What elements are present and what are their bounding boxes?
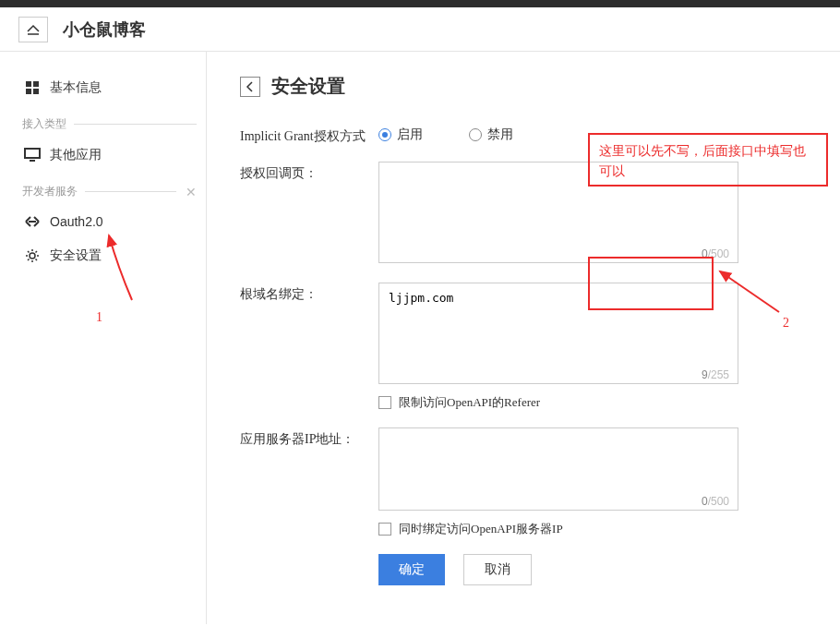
gear-icon <box>22 248 42 263</box>
serverip-label: 应用服务器IP地址： <box>240 427 378 537</box>
callback-label: 授权回调页： <box>240 162 378 266</box>
annotation-number-2: 2 <box>783 316 789 331</box>
sidebar-item-label: 基本信息 <box>50 79 102 96</box>
monitor-icon <box>22 148 42 163</box>
referer-checkbox[interactable] <box>378 396 391 409</box>
sidebar-item-other[interactable]: 其他应用 <box>22 138 206 173</box>
cancel-button[interactable]: 取消 <box>463 554 532 585</box>
grid-icon <box>22 80 42 95</box>
top-bar <box>0 0 840 7</box>
radio-icon <box>378 128 391 141</box>
grant-label: Implicit Grant授权方式 <box>240 125 378 145</box>
back-button[interactable] <box>18 17 48 42</box>
svg-rect-2 <box>26 89 31 94</box>
main-content: 安全设置 Implicit Grant授权方式 启用 禁用 授权回调页： <box>207 52 840 624</box>
ok-button[interactable]: 确定 <box>378 554 445 585</box>
sidebar-item-label: 其他应用 <box>50 147 102 163</box>
oauth-icon <box>22 215 42 228</box>
radio-icon <box>469 128 482 141</box>
svg-point-5 <box>30 253 35 259</box>
sidebar-item-label: Oauth2.0 <box>50 214 103 229</box>
callback-textarea[interactable] <box>378 162 738 263</box>
sidebar-section-access: 接入类型 <box>22 105 206 138</box>
sidebar-item-basic[interactable]: 基本信息 <box>22 70 206 105</box>
svg-rect-4 <box>25 149 40 158</box>
annotation-number-1: 1 <box>96 310 102 325</box>
serverip-textarea[interactable] <box>378 427 738 511</box>
header: 小仓鼠博客 <box>0 7 840 52</box>
callback-counter: 0/500 <box>702 247 729 260</box>
sidebar-item-security[interactable]: 安全设置 <box>22 238 206 273</box>
serverip-checkbox[interactable] <box>378 523 391 536</box>
close-icon[interactable]: ✕ <box>186 185 197 199</box>
domain-textarea[interactable]: ljjpm.com <box>378 283 738 384</box>
serverip-counter: 0/500 <box>702 495 729 508</box>
sidebar-section-dev: 开发者服务 ✕ <box>22 173 206 205</box>
chevron-left-icon <box>246 81 255 92</box>
svg-rect-3 <box>33 89 39 94</box>
sidebar-item-label: 安全设置 <box>50 247 102 264</box>
sidebar: 基本信息 接入类型 其他应用 开发者服务 ✕ Oauth2.0 <box>0 52 207 624</box>
domain-counter: 9/255 <box>702 368 729 381</box>
svg-rect-1 <box>33 81 39 87</box>
referer-checkbox-label: 限制访问OpenAPI的Referer <box>399 394 540 411</box>
up-arrow-icon <box>26 24 41 35</box>
sidebar-item-oauth[interactable]: Oauth2.0 <box>22 205 206 238</box>
page-title: 安全设置 <box>271 74 345 99</box>
header-title: 小仓鼠博客 <box>63 18 146 41</box>
radio-disable[interactable]: 禁用 <box>469 126 513 143</box>
page-back-button[interactable] <box>240 77 260 97</box>
svg-rect-0 <box>26 81 31 87</box>
domain-label: 根域名绑定： <box>240 283 378 411</box>
radio-enable[interactable]: 启用 <box>378 126 423 143</box>
serverip-checkbox-label: 同时绑定访问OpenAPI服务器IP <box>399 521 563 537</box>
